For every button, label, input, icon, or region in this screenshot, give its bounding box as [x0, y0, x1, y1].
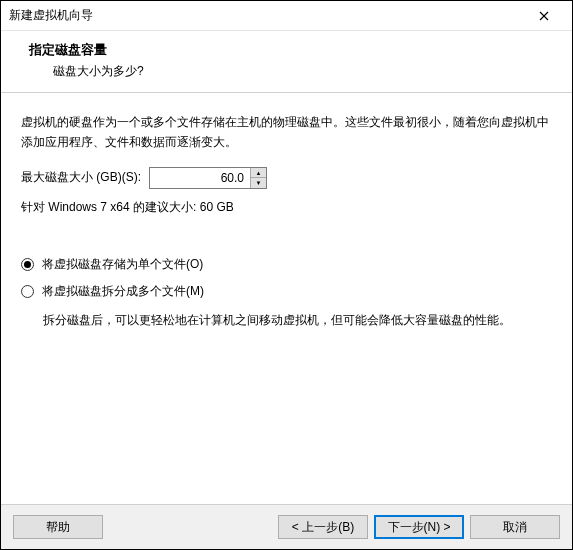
spinner-up-button[interactable]: ▲ [251, 168, 266, 179]
help-button[interactable]: 帮助 [13, 515, 103, 539]
disk-size-label: 最大磁盘大小 (GB)(S): [21, 169, 141, 186]
radio-split-label: 将虚拟磁盘拆分成多个文件(M) [42, 283, 204, 300]
next-button[interactable]: 下一步(N) > [374, 515, 464, 539]
radio-icon [21, 258, 34, 271]
radio-split-hint: 拆分磁盘后，可以更轻松地在计算机之间移动虚拟机，但可能会降低大容量磁盘的性能。 [43, 310, 552, 330]
cancel-button[interactable]: 取消 [470, 515, 560, 539]
radio-icon [21, 285, 34, 298]
back-button[interactable]: < 上一步(B) [278, 515, 368, 539]
header-title: 指定磁盘容量 [29, 41, 556, 59]
window-title: 新建虚拟机向导 [9, 7, 524, 24]
disk-size-input[interactable] [150, 168, 250, 188]
close-button[interactable] [524, 2, 564, 30]
wizard-window: 新建虚拟机向导 指定磁盘容量 磁盘大小为多少? 虚拟机的硬盘作为一个或多个文件存… [0, 0, 573, 550]
disk-file-options: 将虚拟磁盘存储为单个文件(O) 将虚拟磁盘拆分成多个文件(M) 拆分磁盘后，可以… [21, 256, 552, 330]
radio-single-label: 将虚拟磁盘存储为单个文件(O) [42, 256, 203, 273]
disk-size-row: 最大磁盘大小 (GB)(S): ▲ ▼ [21, 167, 552, 189]
disk-recommendation: 针对 Windows 7 x64 的建议大小: 60 GB [21, 199, 552, 216]
titlebar: 新建虚拟机向导 [1, 1, 572, 31]
radio-split-files[interactable]: 将虚拟磁盘拆分成多个文件(M) [21, 283, 552, 300]
header-subtitle: 磁盘大小为多少? [29, 63, 556, 80]
wizard-body: 虚拟机的硬盘作为一个或多个文件存储在主机的物理磁盘中。这些文件最初很小，随着您向… [1, 93, 572, 504]
disk-description: 虚拟机的硬盘作为一个或多个文件存储在主机的物理磁盘中。这些文件最初很小，随着您向… [21, 112, 552, 153]
wizard-header: 指定磁盘容量 磁盘大小为多少? [1, 31, 572, 93]
close-icon [539, 11, 549, 21]
wizard-footer: 帮助 < 上一步(B) 下一步(N) > 取消 [1, 504, 572, 549]
radio-single-file[interactable]: 将虚拟磁盘存储为单个文件(O) [21, 256, 552, 273]
disk-size-spinner: ▲ ▼ [149, 167, 267, 189]
spinner-down-button[interactable]: ▼ [251, 178, 266, 188]
spinner-buttons: ▲ ▼ [250, 168, 266, 188]
